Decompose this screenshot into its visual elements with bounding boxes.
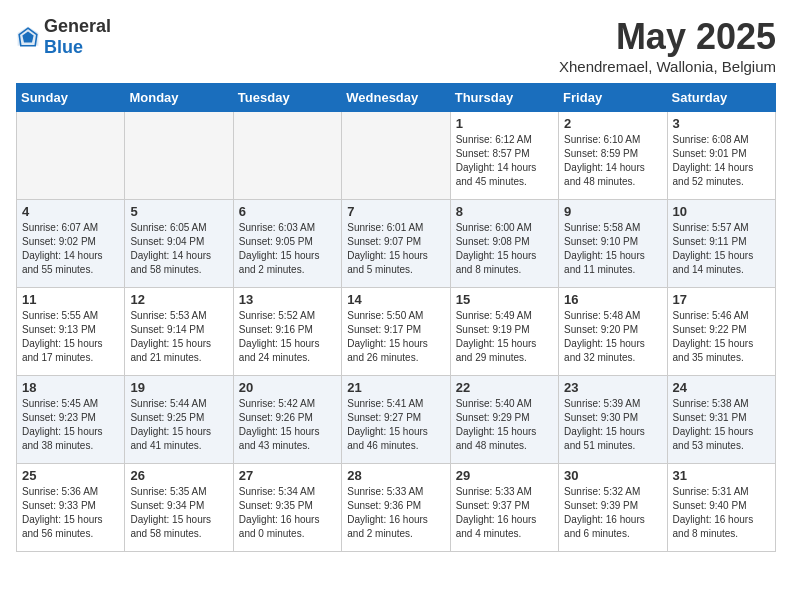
day-number: 7: [347, 204, 444, 219]
day-number: 21: [347, 380, 444, 395]
day-number: 29: [456, 468, 553, 483]
header-wednesday: Wednesday: [342, 84, 450, 112]
day-info: Sunrise: 5:36 AM Sunset: 9:33 PM Dayligh…: [22, 485, 119, 541]
day-info: Sunrise: 5:42 AM Sunset: 9:26 PM Dayligh…: [239, 397, 336, 453]
day-info: Sunrise: 5:35 AM Sunset: 9:34 PM Dayligh…: [130, 485, 227, 541]
title-area: May 2025 Xhendremael, Wallonia, Belgium: [559, 16, 776, 75]
day-number: 31: [673, 468, 770, 483]
calendar-cell: 31Sunrise: 5:31 AM Sunset: 9:40 PM Dayli…: [667, 464, 775, 552]
calendar-subtitle: Xhendremael, Wallonia, Belgium: [559, 58, 776, 75]
calendar-cell: 26Sunrise: 5:35 AM Sunset: 9:34 PM Dayli…: [125, 464, 233, 552]
calendar-cell: 4Sunrise: 6:07 AM Sunset: 9:02 PM Daylig…: [17, 200, 125, 288]
day-info: Sunrise: 5:46 AM Sunset: 9:22 PM Dayligh…: [673, 309, 770, 365]
calendar-cell: 11Sunrise: 5:55 AM Sunset: 9:13 PM Dayli…: [17, 288, 125, 376]
day-number: 13: [239, 292, 336, 307]
day-number: 10: [673, 204, 770, 219]
day-number: 23: [564, 380, 661, 395]
day-number: 12: [130, 292, 227, 307]
calendar-cell: 2Sunrise: 6:10 AM Sunset: 8:59 PM Daylig…: [559, 112, 667, 200]
day-info: Sunrise: 5:58 AM Sunset: 9:10 PM Dayligh…: [564, 221, 661, 277]
calendar-week-3: 11Sunrise: 5:55 AM Sunset: 9:13 PM Dayli…: [17, 288, 776, 376]
calendar-cell: 12Sunrise: 5:53 AM Sunset: 9:14 PM Dayli…: [125, 288, 233, 376]
calendar-table: SundayMondayTuesdayWednesdayThursdayFrid…: [16, 83, 776, 552]
calendar-cell: 6Sunrise: 6:03 AM Sunset: 9:05 PM Daylig…: [233, 200, 341, 288]
day-number: 5: [130, 204, 227, 219]
header-monday: Monday: [125, 84, 233, 112]
calendar-week-1: 1Sunrise: 6:12 AM Sunset: 8:57 PM Daylig…: [17, 112, 776, 200]
header-area: General Blue May 2025 Xhendremael, Wallo…: [16, 16, 776, 75]
calendar-cell: 20Sunrise: 5:42 AM Sunset: 9:26 PM Dayli…: [233, 376, 341, 464]
header-tuesday: Tuesday: [233, 84, 341, 112]
calendar-cell: 17Sunrise: 5:46 AM Sunset: 9:22 PM Dayli…: [667, 288, 775, 376]
calendar-cell: 9Sunrise: 5:58 AM Sunset: 9:10 PM Daylig…: [559, 200, 667, 288]
day-info: Sunrise: 5:55 AM Sunset: 9:13 PM Dayligh…: [22, 309, 119, 365]
calendar-cell: 10Sunrise: 5:57 AM Sunset: 9:11 PM Dayli…: [667, 200, 775, 288]
calendar-title: May 2025: [559, 16, 776, 58]
calendar-week-4: 18Sunrise: 5:45 AM Sunset: 9:23 PM Dayli…: [17, 376, 776, 464]
day-number: 4: [22, 204, 119, 219]
day-info: Sunrise: 5:40 AM Sunset: 9:29 PM Dayligh…: [456, 397, 553, 453]
calendar-cell: 16Sunrise: 5:48 AM Sunset: 9:20 PM Dayli…: [559, 288, 667, 376]
calendar-week-2: 4Sunrise: 6:07 AM Sunset: 9:02 PM Daylig…: [17, 200, 776, 288]
calendar-cell: 22Sunrise: 5:40 AM Sunset: 9:29 PM Dayli…: [450, 376, 558, 464]
day-info: Sunrise: 5:33 AM Sunset: 9:36 PM Dayligh…: [347, 485, 444, 541]
calendar-cell: [233, 112, 341, 200]
day-number: 6: [239, 204, 336, 219]
calendar-cell: 14Sunrise: 5:50 AM Sunset: 9:17 PM Dayli…: [342, 288, 450, 376]
calendar-cell: [125, 112, 233, 200]
day-info: Sunrise: 6:07 AM Sunset: 9:02 PM Dayligh…: [22, 221, 119, 277]
day-number: 16: [564, 292, 661, 307]
calendar-cell: 25Sunrise: 5:36 AM Sunset: 9:33 PM Dayli…: [17, 464, 125, 552]
day-info: Sunrise: 5:41 AM Sunset: 9:27 PM Dayligh…: [347, 397, 444, 453]
header-friday: Friday: [559, 84, 667, 112]
day-number: 19: [130, 380, 227, 395]
day-info: Sunrise: 6:12 AM Sunset: 8:57 PM Dayligh…: [456, 133, 553, 189]
day-number: 9: [564, 204, 661, 219]
day-number: 22: [456, 380, 553, 395]
calendar-cell: 19Sunrise: 5:44 AM Sunset: 9:25 PM Dayli…: [125, 376, 233, 464]
day-info: Sunrise: 5:44 AM Sunset: 9:25 PM Dayligh…: [130, 397, 227, 453]
logo-icon: [16, 25, 40, 49]
day-info: Sunrise: 5:49 AM Sunset: 9:19 PM Dayligh…: [456, 309, 553, 365]
calendar-cell: 7Sunrise: 6:01 AM Sunset: 9:07 PM Daylig…: [342, 200, 450, 288]
day-number: 15: [456, 292, 553, 307]
logo-text: General Blue: [44, 16, 111, 58]
day-info: Sunrise: 5:52 AM Sunset: 9:16 PM Dayligh…: [239, 309, 336, 365]
calendar-cell: 15Sunrise: 5:49 AM Sunset: 9:19 PM Dayli…: [450, 288, 558, 376]
day-number: 14: [347, 292, 444, 307]
day-number: 26: [130, 468, 227, 483]
day-info: Sunrise: 5:34 AM Sunset: 9:35 PM Dayligh…: [239, 485, 336, 541]
calendar-cell: 24Sunrise: 5:38 AM Sunset: 9:31 PM Dayli…: [667, 376, 775, 464]
header-saturday: Saturday: [667, 84, 775, 112]
day-info: Sunrise: 5:32 AM Sunset: 9:39 PM Dayligh…: [564, 485, 661, 541]
calendar-cell: 13Sunrise: 5:52 AM Sunset: 9:16 PM Dayli…: [233, 288, 341, 376]
day-info: Sunrise: 5:45 AM Sunset: 9:23 PM Dayligh…: [22, 397, 119, 453]
calendar-cell: 8Sunrise: 6:00 AM Sunset: 9:08 PM Daylig…: [450, 200, 558, 288]
day-number: 27: [239, 468, 336, 483]
day-number: 20: [239, 380, 336, 395]
calendar-cell: 1Sunrise: 6:12 AM Sunset: 8:57 PM Daylig…: [450, 112, 558, 200]
day-number: 25: [22, 468, 119, 483]
day-info: Sunrise: 5:38 AM Sunset: 9:31 PM Dayligh…: [673, 397, 770, 453]
logo: General Blue: [16, 16, 111, 58]
day-info: Sunrise: 6:05 AM Sunset: 9:04 PM Dayligh…: [130, 221, 227, 277]
calendar-cell: [17, 112, 125, 200]
day-info: Sunrise: 6:01 AM Sunset: 9:07 PM Dayligh…: [347, 221, 444, 277]
day-info: Sunrise: 5:33 AM Sunset: 9:37 PM Dayligh…: [456, 485, 553, 541]
day-info: Sunrise: 6:08 AM Sunset: 9:01 PM Dayligh…: [673, 133, 770, 189]
calendar-week-5: 25Sunrise: 5:36 AM Sunset: 9:33 PM Dayli…: [17, 464, 776, 552]
day-number: 28: [347, 468, 444, 483]
day-number: 24: [673, 380, 770, 395]
header-thursday: Thursday: [450, 84, 558, 112]
day-info: Sunrise: 5:31 AM Sunset: 9:40 PM Dayligh…: [673, 485, 770, 541]
calendar-cell: 30Sunrise: 5:32 AM Sunset: 9:39 PM Dayli…: [559, 464, 667, 552]
calendar-cell: 23Sunrise: 5:39 AM Sunset: 9:30 PM Dayli…: [559, 376, 667, 464]
calendar-cell: 29Sunrise: 5:33 AM Sunset: 9:37 PM Dayli…: [450, 464, 558, 552]
calendar-cell: 5Sunrise: 6:05 AM Sunset: 9:04 PM Daylig…: [125, 200, 233, 288]
calendar-cell: 18Sunrise: 5:45 AM Sunset: 9:23 PM Dayli…: [17, 376, 125, 464]
day-number: 2: [564, 116, 661, 131]
day-info: Sunrise: 5:57 AM Sunset: 9:11 PM Dayligh…: [673, 221, 770, 277]
day-number: 1: [456, 116, 553, 131]
logo-blue: Blue: [44, 37, 83, 57]
day-info: Sunrise: 5:48 AM Sunset: 9:20 PM Dayligh…: [564, 309, 661, 365]
